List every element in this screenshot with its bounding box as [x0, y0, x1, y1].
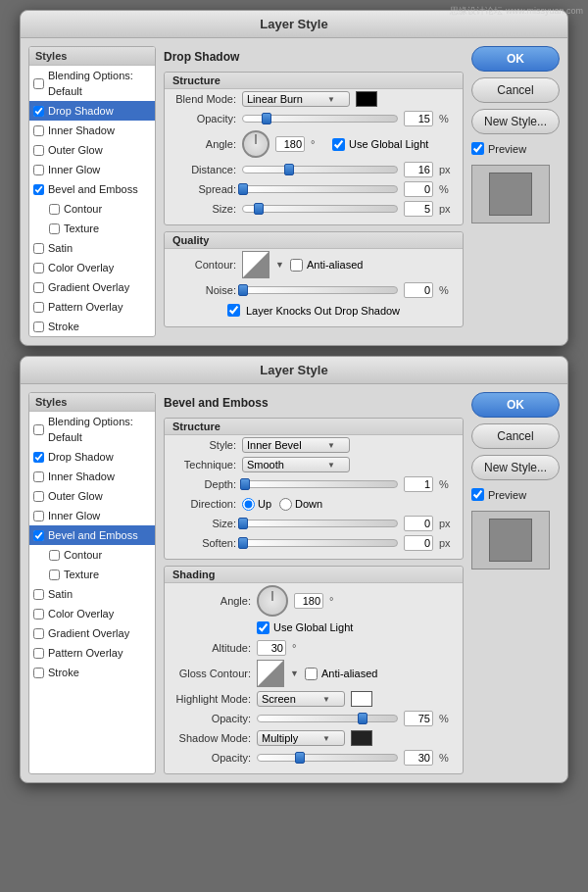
- noise-input[interactable]: [404, 282, 433, 298]
- style-item-texture-1[interactable]: Texture: [29, 219, 155, 238]
- style-item-coloroverlay-1[interactable]: Color Overlay: [29, 258, 155, 277]
- style-checkbox-outerglow-1[interactable]: [33, 145, 44, 156]
- style-item-innerglow-2[interactable]: Inner Glow: [29, 506, 155, 525]
- gloss-contour-preview[interactable]: [257, 660, 284, 687]
- spread-slider[interactable]: [242, 185, 398, 193]
- size-input-2[interactable]: [404, 516, 433, 531]
- style-checkbox-texture-1[interactable]: [49, 223, 60, 234]
- style-checkbox-coloroverlay-1[interactable]: [33, 263, 44, 273]
- style-item-outerglow-2[interactable]: Outer Glow: [29, 486, 155, 506]
- style-item-contour-1[interactable]: Contour: [29, 199, 155, 219]
- highlight-mode-select[interactable]: Screen ▼: [257, 691, 345, 707]
- style-item-patoverlay-2[interactable]: Pattern Overlay: [29, 643, 155, 663]
- ok-button-2[interactable]: OK: [471, 392, 560, 418]
- style-checkbox-bevelemboss-2[interactable]: [33, 530, 44, 541]
- direction-down-option[interactable]: Down: [279, 498, 322, 511]
- depth-thumb[interactable]: [240, 478, 250, 490]
- direction-down-radio[interactable]: [279, 498, 292, 511]
- soften-thumb[interactable]: [238, 537, 248, 549]
- cancel-button-1[interactable]: Cancel: [471, 77, 560, 103]
- blend-mode-select[interactable]: Linear Burn ▼: [242, 91, 350, 107]
- style-checkbox-contour-2[interactable]: [49, 550, 60, 561]
- direction-up-radio[interactable]: [242, 498, 255, 511]
- bevel-global-light-checkbox[interactable]: [257, 621, 270, 634]
- size-thumb-1[interactable]: [254, 203, 264, 215]
- style-checkbox-bevelemboss-1[interactable]: [33, 184, 44, 195]
- style-checkbox-dropshadow-1[interactable]: [33, 106, 44, 117]
- noise-slider[interactable]: [242, 286, 398, 294]
- newstyle-button-1[interactable]: New Style...: [471, 109, 560, 134]
- style-checkbox-satin-1[interactable]: [33, 243, 44, 254]
- style-checkbox-innerglow-1[interactable]: [33, 165, 44, 175]
- shadow-mode-select[interactable]: Multiply ▼: [257, 730, 345, 746]
- contour-preview-1[interactable]: [242, 251, 270, 278]
- angle-dial-1[interactable]: [242, 130, 270, 158]
- style-item-dropshadow-2[interactable]: Drop Shadow: [29, 447, 155, 467]
- style-item-blending-1[interactable]: Blending Options: Default: [29, 66, 155, 101]
- bevel-angle-input[interactable]: [294, 593, 323, 609]
- style-item-innershadow-1[interactable]: Inner Shadow: [29, 121, 155, 140]
- style-checkbox-innershadow-2[interactable]: [33, 471, 44, 482]
- style-item-innerglow-1[interactable]: Inner Glow: [29, 160, 155, 179]
- noise-thumb[interactable]: [238, 284, 248, 296]
- style-item-gradoverlay-1[interactable]: Gradient Overlay: [29, 277, 155, 297]
- spread-thumb[interactable]: [238, 183, 248, 195]
- shadow-opacity-slider[interactable]: [257, 754, 398, 762]
- style-item-satin-1[interactable]: Satin: [29, 238, 155, 258]
- style-item-dropshadow-1[interactable]: Drop Shadow: [29, 101, 155, 121]
- preview-checkbox-1[interactable]: [471, 142, 484, 155]
- blend-mode-color[interactable]: [356, 91, 377, 107]
- angle-input-1[interactable]: [275, 136, 305, 152]
- style-checkbox-innerglow-2[interactable]: [33, 511, 44, 521]
- style-item-satin-2[interactable]: Satin: [29, 584, 155, 604]
- style-checkbox-contour-1[interactable]: [49, 204, 60, 215]
- shadow-opacity-input[interactable]: [404, 750, 433, 766]
- size-slider-2[interactable]: [242, 520, 398, 527]
- style-item-innershadow-2[interactable]: Inner Shadow: [29, 467, 155, 486]
- highlight-opacity-input[interactable]: [404, 711, 433, 726]
- size-slider-1[interactable]: [242, 205, 398, 213]
- newstyle-button-2[interactable]: New Style...: [471, 455, 560, 480]
- depth-slider[interactable]: [242, 480, 398, 488]
- altitude-input[interactable]: [257, 640, 286, 656]
- anti-aliased-checkbox-1[interactable]: [290, 259, 303, 272]
- soften-slider[interactable]: [242, 539, 398, 547]
- direction-up-option[interactable]: Up: [242, 498, 271, 511]
- style-checkbox-dropshadow-2[interactable]: [33, 452, 44, 463]
- highlight-opacity-thumb[interactable]: [358, 713, 368, 724]
- opacity-slider-1[interactable]: [242, 115, 398, 123]
- style-item-stroke-1[interactable]: Stroke: [29, 317, 155, 336]
- style-checkbox-gradoverlay-2[interactable]: [33, 628, 44, 639]
- style-checkbox-stroke-1[interactable]: [33, 322, 44, 332]
- opacity-input-1[interactable]: [404, 111, 433, 126]
- style-checkbox-blending-2[interactable]: [33, 424, 44, 435]
- style-checkbox-patoverlay-1[interactable]: [33, 302, 44, 313]
- distance-thumb[interactable]: [284, 164, 294, 175]
- style-item-patoverlay-1[interactable]: Pattern Overlay: [29, 297, 155, 317]
- bevel-angle-dial[interactable]: [257, 585, 288, 617]
- style-checkbox-patoverlay-2[interactable]: [33, 648, 44, 659]
- preview-checkbox-2[interactable]: [471, 488, 484, 501]
- style-item-gradoverlay-2[interactable]: Gradient Overlay: [29, 623, 155, 643]
- cancel-button-2[interactable]: Cancel: [471, 423, 560, 449]
- style-item-contour-2[interactable]: Contour: [29, 545, 155, 565]
- style-checkbox-texture-2[interactable]: [49, 570, 60, 580]
- highlight-opacity-slider[interactable]: [257, 715, 398, 722]
- opacity-thumb-1[interactable]: [262, 113, 271, 124]
- style-checkbox-innershadow-1[interactable]: [33, 125, 44, 136]
- style-checkbox-gradoverlay-1[interactable]: [33, 282, 44, 293]
- shadow-color-swatch[interactable]: [351, 730, 372, 746]
- style-item-stroke-2[interactable]: Stroke: [29, 663, 155, 682]
- style-item-texture-2[interactable]: Texture: [29, 565, 155, 584]
- depth-input[interactable]: [404, 476, 433, 492]
- style-item-bevelemboss-1[interactable]: Bevel and Emboss: [29, 179, 155, 199]
- technique-select[interactable]: Smooth ▼: [242, 457, 350, 472]
- style-item-coloroverlay-2[interactable]: Color Overlay: [29, 604, 155, 623]
- ok-button-1[interactable]: OK: [471, 46, 560, 72]
- layer-knocks-checkbox[interactable]: [227, 304, 240, 317]
- style-checkbox-coloroverlay-2[interactable]: [33, 609, 44, 619]
- style-checkbox-blending-1[interactable]: [33, 78, 44, 89]
- style-checkbox-stroke-2[interactable]: [33, 668, 44, 678]
- bevel-style-select[interactable]: Inner Bevel ▼: [242, 437, 350, 453]
- style-item-outerglow-1[interactable]: Outer Glow: [29, 140, 155, 160]
